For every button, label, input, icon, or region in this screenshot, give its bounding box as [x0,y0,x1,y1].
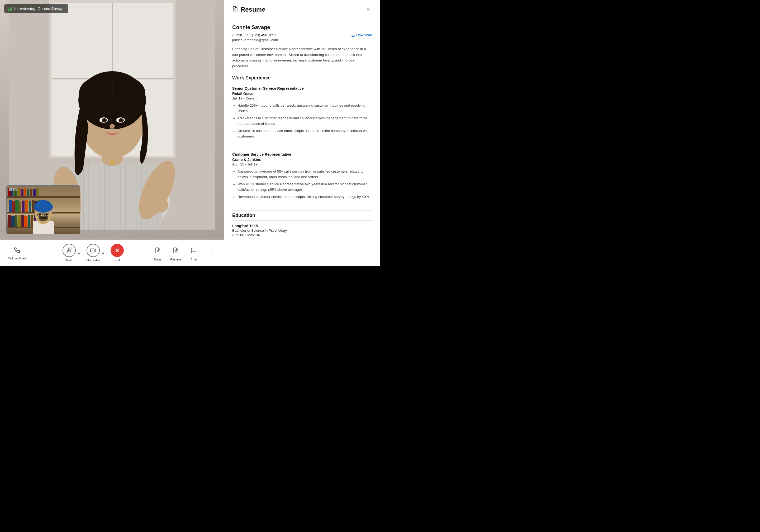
edu-school-0: Longford Tech [232,224,372,228]
resume-title: Resume [232,6,265,13]
bullet-1-0: Answered an average of 50+ calls per day… [232,169,372,180]
bullet-0-2: Created 10 customer service email script… [232,128,372,139]
interview-title-text: Interviewing: Connie Savage [14,6,65,11]
notes-button[interactable]: Notes [152,245,164,261]
svg-rect-20 [115,164,115,229]
dates-1: Aug '15 - Jul '19 [232,162,372,166]
chat-icon [188,245,200,256]
resume-title-text: Resume [241,6,265,13]
video-control: Stop video ▲ [86,244,105,262]
resume-summary: Engaging Senior Customer Service Represe… [232,46,372,69]
download-button[interactable]: Download [351,33,372,37]
edu-degree-0: Bachelor of Science in Psychology [232,228,372,232]
contact-location: Austin, TX • (123) 456-7891 [232,33,276,37]
svg-rect-19 [110,164,110,229]
svg-rect-24 [136,164,136,229]
pip-mic-icon: 🎙️ [9,188,12,191]
svg-point-38 [102,118,107,122]
svg-point-44 [110,124,115,128]
resume-toolbar-icon [170,245,181,256]
bullets-1: Answered an average of 50+ calls per day… [232,169,372,200]
stop-video-button[interactable]: Stop video [86,244,100,262]
bullet-0-0: Handle 250+ inbound calls per week, answ… [232,103,372,114]
bullet-1-1: Won #1 Customer Service Representative t… [232,181,372,193]
bullets-0: Handle 250+ inbound calls per week, answ… [232,103,372,139]
end-icon [111,244,124,257]
resume-body: Connie Savage Austin, TX • (123) 456-789… [224,18,380,266]
end-label: End [115,259,120,262]
contact-row: Austin, TX • (123) 456-7891 Download [232,33,372,37]
company-1: Crane & Jenkins [232,158,372,162]
resume-label: Resume [170,258,181,261]
job-entry-0: Senior Customer Service Representative R… [232,86,372,150]
mute-control: Mute ▲ [63,244,81,262]
notes-label: Notes [154,258,162,261]
signal-icon [8,7,12,11]
mute-icon [63,244,76,257]
edu-dates-0: Aug '00 - May '04 [232,233,372,237]
call-candidate-button[interactable]: Call candidate [8,246,26,260]
svg-point-39 [119,118,124,122]
resume-doc-icon [232,6,238,13]
dates-0: Jul '19 - Current [232,96,372,100]
job-title-0: Senior Customer Service Representative [232,86,372,90]
resume-button[interactable]: Resume [170,245,181,261]
svg-rect-16 [94,164,94,229]
svg-rect-14 [83,164,84,229]
chat-label: Chat [191,258,197,261]
education-title: Education [232,213,372,220]
svg-point-61 [45,214,48,216]
chat-button[interactable]: Chat [188,245,200,261]
education-entry-0: Longford Tech Bachelor of Science in Psy… [232,224,372,242]
svg-rect-23 [131,164,131,229]
video-arrow-button[interactable]: ▲ [101,250,105,255]
bullet-1-2: Revamped customer service phone scripts,… [232,194,372,200]
toolbar: Call candidate Mute [0,240,224,266]
svg-rect-17 [99,164,100,229]
mute-arrow-button[interactable]: ▲ [77,250,81,255]
svg-marker-64 [94,249,96,252]
candidate-email: jobseekerconnie@gmail.com [232,38,372,42]
svg-rect-18 [104,164,105,229]
company-0: Retail Ocean [232,92,372,96]
svg-point-43 [122,119,123,120]
stop-video-label: Stop video [86,259,100,262]
svg-point-45 [110,160,114,165]
pip-background: 🎙️ Me [7,186,80,234]
resume-header: Resume × [224,0,380,18]
svg-point-60 [38,214,41,216]
phone-icon [12,246,22,255]
job-entry-1: Customer Service Representative Crane & … [232,152,372,211]
svg-point-55 [37,200,50,206]
download-label: Download [356,33,372,37]
svg-rect-48 [160,198,162,207]
resume-panel: Resume × Connie Savage Austin, TX • (123… [224,0,380,266]
call-candidate-label: Call candidate [8,257,26,260]
camera-icon [86,244,100,257]
more-options-button[interactable]: ⋮ [206,247,216,259]
svg-rect-22 [125,164,126,229]
pip-label: 🎙️ Me [9,188,17,191]
svg-rect-65 [90,249,94,252]
svg-rect-21 [120,164,120,229]
work-experience-title: Work Experience [232,75,372,83]
mute-button[interactable]: Mute [63,244,76,262]
mute-label: Mute [66,259,72,262]
bullet-0-1: Track trends in customer feedback and co… [232,116,372,127]
svg-point-42 [105,119,106,120]
interview-title-bar: Interviewing: Connie Savage [4,4,68,13]
svg-rect-15 [88,164,89,229]
job-title-1: Customer Service Representative [232,152,372,157]
notes-icon [152,245,164,256]
self-view-pip: 🎙️ Me [6,185,80,234]
end-button[interactable]: End [111,244,124,262]
close-resume-button[interactable]: × [364,5,372,14]
svg-point-56 [38,216,48,221]
video-panel: Interviewing: Connie Savage [0,0,224,266]
candidate-name: Connie Savage [232,24,372,30]
